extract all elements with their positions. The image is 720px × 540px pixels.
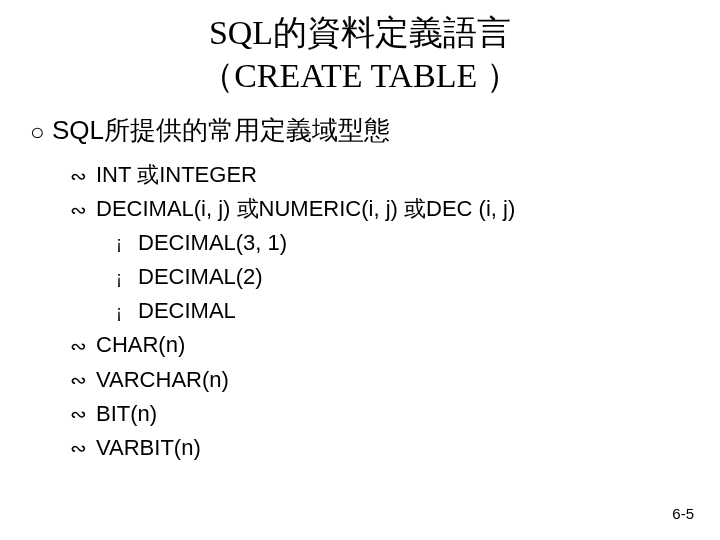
list-item: ∾BIT(n): [70, 397, 696, 431]
list-item: ¡DECIMAL(2): [116, 260, 696, 294]
item-text: DECIMAL: [138, 298, 236, 323]
heading-row: ○SQL所提供的常用定義域型態: [30, 113, 696, 148]
item-text: INT 或INTEGER: [96, 162, 257, 187]
sub-bullet-icon: ¡: [116, 299, 138, 327]
list-item: ¡DECIMAL(3, 1): [116, 226, 696, 260]
list-item: ∾VARCHAR(n): [70, 363, 696, 397]
list-item: ∾DECIMAL(i, j) 或NUMERIC(i, j) 或DEC (i, j…: [70, 192, 696, 226]
slide-title: SQL的資料定義語言 （CREATE TABLE ）: [24, 12, 696, 97]
heading-text: SQL所提供的常用定義域型態: [52, 115, 390, 145]
item-text: DECIMAL(i, j) 或NUMERIC(i, j) 或DEC (i, j): [96, 196, 515, 221]
list-item: ∾VARBIT(n): [70, 431, 696, 465]
sub-bullet-icon: ¡: [116, 265, 138, 293]
page-number: 6-5: [672, 505, 694, 522]
circle-bullet-icon: ○: [30, 118, 52, 146]
tilde-bullet-icon: ∾: [70, 161, 96, 192]
item-text: DECIMAL(3, 1): [138, 230, 287, 255]
item-text: VARBIT(n): [96, 435, 201, 460]
list-item: ∾INT 或INTEGER: [70, 158, 696, 192]
item-text: BIT(n): [96, 401, 157, 426]
tilde-bullet-icon: ∾: [70, 331, 96, 362]
tilde-bullet-icon: ∾: [70, 365, 96, 396]
item-text: CHAR(n): [96, 332, 185, 357]
tilde-bullet-icon: ∾: [70, 399, 96, 430]
title-line-2: （CREATE TABLE ）: [200, 57, 520, 94]
slide-container: SQL的資料定義語言 （CREATE TABLE ） ○SQL所提供的常用定義域…: [0, 0, 720, 540]
sub-bullet-icon: ¡: [116, 230, 138, 258]
tilde-bullet-icon: ∾: [70, 433, 96, 464]
list-item: ¡DECIMAL: [116, 294, 696, 328]
item-text: VARCHAR(n): [96, 367, 229, 392]
tilde-bullet-icon: ∾: [70, 195, 96, 226]
item-text: DECIMAL(2): [138, 264, 263, 289]
list-item: ∾CHAR(n): [70, 328, 696, 362]
title-line-1: SQL的資料定義語言: [209, 14, 511, 51]
